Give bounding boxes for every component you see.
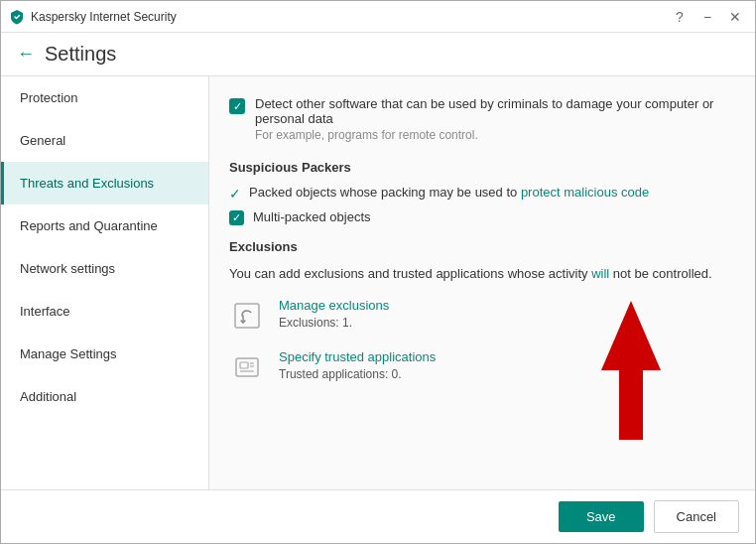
manage-exclusions-icon	[229, 298, 265, 334]
sidebar-item-reports-quarantine[interactable]: Reports and Quarantine	[1, 204, 208, 247]
sidebar-item-general[interactable]: General	[1, 119, 208, 162]
detect-text-block: Detect other software that can be used b…	[255, 96, 735, 142]
trusted-apps-row: Specify trusted applications Trusted app…	[229, 349, 735, 385]
trusted-apps-link[interactable]: Specify trusted applications	[279, 349, 436, 364]
packer-checkbox-icon-1[interactable]	[229, 210, 244, 225]
packer-text-0: Packed objects whose packing may be used…	[249, 185, 649, 200]
packer-item-1: Multi-packed objects	[229, 209, 735, 225]
back-button[interactable]: ←	[17, 44, 35, 65]
sidebar-item-interface[interactable]: Interface	[1, 290, 208, 333]
detect-text: Detect other software that can be used b…	[255, 96, 735, 126]
trusted-apps-icon	[229, 349, 265, 385]
exclusions-title: Exclusions	[229, 239, 735, 254]
sidebar-item-network-settings[interactable]: Network settings	[1, 247, 208, 290]
title-bar: Kaspersky Internet Security ? − ✕	[1, 1, 755, 33]
content-with-arrow: Detect other software that can be used b…	[209, 76, 755, 489]
page-title: Settings	[45, 43, 116, 66]
sidebar: Protection General Threats and Exclusion…	[1, 76, 209, 489]
sidebar-item-protection[interactable]: Protection	[1, 76, 208, 119]
packer-text-1: Multi-packed objects	[253, 209, 371, 224]
sidebar-item-manage-settings[interactable]: Manage Settings	[1, 333, 208, 375]
detect-checkbox-icon[interactable]	[229, 98, 245, 114]
sidebar-item-additional[interactable]: Additional	[1, 375, 208, 418]
app-icon	[9, 9, 25, 25]
suspicious-packers-title: Suspicious Packers	[229, 160, 735, 175]
exclusions-desc: You can add exclusions and trusted appli…	[229, 264, 735, 284]
close-button[interactable]: ✕	[723, 5, 747, 29]
packer-item-0: ✓ Packed objects whose packing may be us…	[229, 185, 735, 202]
trusted-apps-sub: Trusted applications: 0.	[279, 367, 735, 381]
svg-rect-0	[235, 304, 259, 328]
app-window: Kaspersky Internet Security ? − ✕ ← Sett…	[0, 0, 756, 544]
window-controls: ? − ✕	[668, 5, 747, 29]
main-content: Protection General Threats and Exclusion…	[1, 76, 755, 489]
packer-check-icon-0: ✓	[229, 186, 241, 202]
svg-rect-1	[236, 358, 258, 376]
cancel-button[interactable]: Cancel	[654, 500, 739, 533]
help-button[interactable]: ?	[668, 5, 692, 29]
detect-sub: For example, programs for remote control…	[255, 128, 735, 142]
detect-criminals-item: Detect other software that can be used b…	[229, 92, 735, 146]
manage-exclusions-link[interactable]: Manage exclusions	[279, 298, 389, 313]
sidebar-item-threats-exclusions[interactable]: Threats and Exclusions	[1, 162, 208, 204]
settings-header: ← Settings	[1, 33, 755, 76]
svg-rect-2	[240, 362, 248, 368]
trusted-apps-info: Specify trusted applications Trusted app…	[279, 349, 735, 381]
content-area: Detect other software that can be used b…	[209, 76, 755, 489]
manage-exclusions-row: Manage exclusions Exclusions: 1.	[229, 298, 735, 334]
minimize-button[interactable]: −	[695, 5, 719, 29]
manage-exclusions-info: Manage exclusions Exclusions: 1.	[279, 298, 735, 330]
window-title: Kaspersky Internet Security	[31, 10, 668, 24]
save-button[interactable]: Save	[559, 501, 644, 532]
manage-exclusions-sub: Exclusions: 1.	[279, 316, 735, 330]
footer: Save Cancel	[1, 489, 755, 543]
